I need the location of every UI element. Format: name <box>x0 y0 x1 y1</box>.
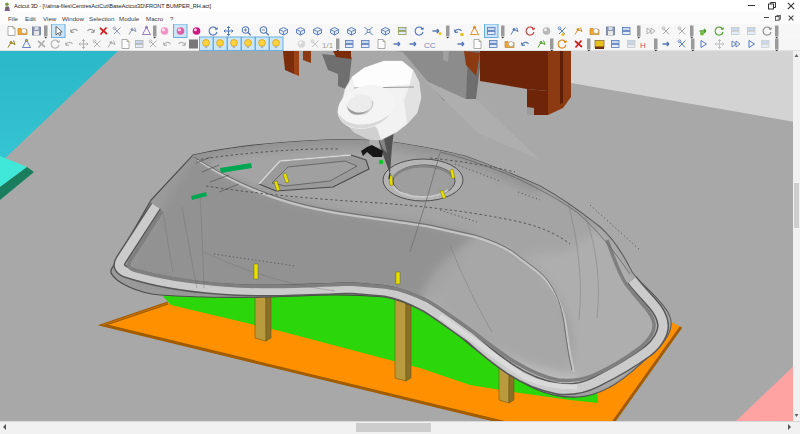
svg-text:H: H <box>640 41 646 50</box>
svg-text:1/1: 1/1 <box>322 41 334 50</box>
svg-text:CC: CC <box>424 41 436 50</box>
